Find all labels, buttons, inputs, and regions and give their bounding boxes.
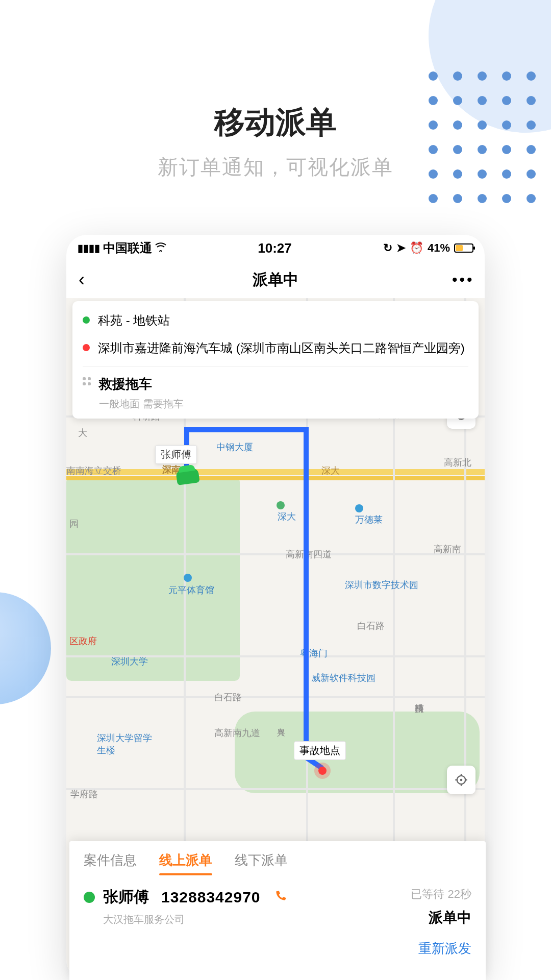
dispatch-card: 案件信息 线上派单 线下派单 张师傅 13288342970 大汉拖车服务公司 … [69, 841, 486, 980]
back-button[interactable]: ‹ [79, 269, 99, 290]
locate-button[interactable] [447, 766, 475, 794]
divider [83, 366, 468, 367]
tab-offline-dispatch[interactable]: 线下派单 [235, 851, 288, 875]
tab-case-info[interactable]: 案件信息 [84, 851, 137, 875]
service-grid-icon [83, 377, 91, 385]
accident-marker [314, 763, 331, 779]
driver-name: 张师傅 [103, 887, 149, 908]
signal-icon: ▮▮▮▮ [78, 242, 100, 254]
svg-point-1 [460, 779, 463, 781]
service-subtitle: 一般地面 需要拖车 [99, 396, 184, 411]
wait-time-label: 已等待 22秒 [411, 887, 471, 902]
service-title: 救援拖车 [99, 374, 184, 394]
driver-phone: 13288342970 [161, 889, 261, 906]
rotation-lock-icon: ↻ [383, 241, 392, 255]
trip-info-card: 科苑 - 地铁站 深圳市嘉进隆前海汽车城 (深圳市南山区南头关口二路智恒产业园旁… [72, 301, 479, 419]
carrier-label: 中国联通 [103, 240, 152, 256]
accident-label[interactable]: 事故地点 [294, 741, 346, 760]
driver-label[interactable]: 张师傅 [155, 445, 197, 464]
page-subtitle: 新订单通知，可视化派单 [0, 153, 551, 181]
bg-circle-bottom-left [0, 592, 51, 704]
clock-label: 10:27 [258, 240, 292, 256]
nav-title: 派单中 [253, 270, 298, 290]
tab-bar: 案件信息 线上派单 线下派单 [69, 841, 486, 875]
reassign-button[interactable]: 重新派发 [69, 933, 486, 958]
origin-label: 科苑 - 地铁站 [98, 311, 170, 330]
phone-icon [274, 889, 287, 902]
driver-status-dot [84, 892, 95, 903]
location-icon: ➤ [396, 241, 406, 255]
wifi-icon [155, 241, 166, 255]
status-bar: ▮▮▮▮ 中国联通 10:27 ↻ ➤ ⏰ 41% [66, 235, 485, 261]
destination-dot-icon [83, 344, 90, 351]
battery-icon [454, 243, 473, 253]
company-label: 大汉拖车服务公司 [103, 913, 287, 926]
nav-bar: ‹ 派单中 ••• [66, 261, 485, 298]
alarm-icon: ⏰ [410, 241, 423, 255]
call-button[interactable] [274, 889, 287, 906]
battery-pct-label: 41% [428, 241, 450, 255]
page-title: 移动派单 [0, 102, 551, 143]
destination-label: 深圳市嘉进隆前海汽车城 (深圳市南山区南头关口二路智恒产业园旁) [98, 339, 465, 357]
dispatch-status: 派单中 [411, 908, 471, 927]
locate-icon [454, 773, 468, 787]
tab-online-dispatch[interactable]: 线上派单 [159, 851, 212, 875]
more-button[interactable]: ••• [452, 271, 472, 288]
origin-dot-icon [83, 316, 90, 324]
